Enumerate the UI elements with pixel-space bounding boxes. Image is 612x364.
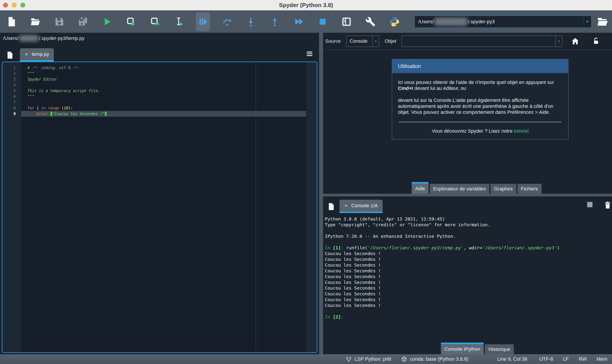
- chevron-down-icon[interactable]: ▼: [583, 16, 591, 27]
- step-into-button[interactable]: [244, 13, 258, 30]
- console-line: Coucou les Secondes !: [325, 251, 612, 256]
- debug-file-button[interactable]: [196, 12, 210, 31]
- code-editor[interactable]: 1# -*- coding: utf-8 -*-2"""3Spyder Edit…: [2, 62, 317, 353]
- close-icon[interactable]: ×: [344, 203, 348, 208]
- python-logo-button[interactable]: [387, 13, 401, 30]
- usage-paragraph-2: devant lui sur la Console.L'aide peut ég…: [398, 97, 562, 115]
- minimize-window-button[interactable]: [12, 3, 17, 8]
- tab-graphes[interactable]: Graphes: [490, 184, 516, 194]
- run-file-button[interactable]: [100, 13, 114, 30]
- chevron-down-icon[interactable]: ▼: [372, 36, 379, 47]
- folder-open-icon: [597, 16, 609, 27]
- source-dropdown[interactable]: Console ▼: [346, 35, 379, 47]
- run-cell-advance-button[interactable]: [148, 13, 162, 30]
- tab-label: temp.py: [32, 51, 49, 57]
- maximize-pane-button[interactable]: [339, 13, 354, 30]
- console-line: Coucou les Secondes !: [325, 291, 612, 297]
- run-cell-button[interactable]: [124, 13, 138, 30]
- code-line: 4: [2, 82, 317, 88]
- browse-tabs-icon: [6, 51, 14, 59]
- stop-button[interactable]: [316, 13, 330, 30]
- open-file-icon: [30, 17, 40, 27]
- close-window-button[interactable]: [3, 3, 8, 8]
- tab-aide[interactable]: Aide: [412, 182, 428, 194]
- console-pane: × Console 1/A Python 3.8.8 (default, Apr…: [323, 196, 612, 354]
- run-selection-icon: [174, 17, 184, 27]
- run-cell-advance-icon: [150, 17, 160, 27]
- close-icon[interactable]: ×: [25, 51, 28, 57]
- open-file-button[interactable]: [28, 13, 42, 30]
- save-icon: [54, 17, 65, 27]
- save-button[interactable]: [52, 13, 67, 30]
- tab-temp-py[interactable]: × temp.py: [20, 48, 54, 62]
- usage-card-title: Utilisation: [392, 59, 568, 73]
- new-file-icon: [6, 17, 17, 27]
- step-over-button[interactable]: [220, 13, 234, 30]
- traffic-lights: [3, 3, 25, 8]
- help-header: Source Console ▼ Objet ▼: [323, 33, 612, 50]
- run-selection-button[interactable]: [172, 13, 186, 30]
- editor-tabstrip: × temp.py: [0, 44, 319, 62]
- console-line: Coucou les Secondes !: [325, 262, 612, 268]
- chevron-down-icon[interactable]: ▼: [555, 36, 562, 47]
- tab-explorateur-de-variables[interactable]: Explorateur de variables: [430, 184, 489, 194]
- preferences-wrench-button[interactable]: [363, 13, 378, 30]
- debug-continue-icon: [293, 17, 304, 27]
- interrupt-kernel-button[interactable]: [587, 202, 593, 207]
- tab-historique[interactable]: Historique: [485, 344, 514, 354]
- console-line: In [1]: runfile('/Users/florian/.spyder-…: [325, 245, 612, 251]
- toolbar-buttons: [4, 10, 411, 33]
- step-into-icon: [246, 17, 256, 27]
- memory-status: Mem: [597, 356, 607, 362]
- object-combobox[interactable]: ▼: [401, 35, 562, 47]
- remove-variables-button[interactable]: [603, 201, 612, 209]
- console-line: Python 3.8.8 (default, Apr 13 2021, 12:5…: [325, 216, 612, 222]
- tutorial-link[interactable]: tutoriel: [514, 128, 529, 134]
- new-file-button[interactable]: [4, 13, 19, 30]
- permissions: RW: [579, 356, 587, 362]
- redacted-username: [19, 35, 39, 42]
- object-label: Objet: [385, 38, 396, 44]
- code-line: 7: [2, 99, 317, 105]
- cursor-position: Line 9, Col 36: [497, 356, 527, 362]
- browse-tabs-button[interactable]: [6, 51, 14, 59]
- browse-directory-button[interactable]: [597, 16, 609, 27]
- step-out-button[interactable]: [268, 13, 282, 30]
- console-line: Coucou les Secondes !: [325, 268, 612, 274]
- eol-mode: LF: [563, 356, 569, 362]
- editor-wrap: 1# -*- coding: utf-8 -*-2"""3Spyder Edit…: [0, 62, 319, 354]
- working-directory-combobox[interactable]: /Users//.spyder-py3 ▼: [414, 15, 592, 28]
- editor-pane: /Users//.spyder-py3/temp.py × temp.py: [0, 33, 319, 354]
- browse-tabs-icon: [327, 202, 335, 211]
- usage-card-body: Ici vous pouvez obtenir de l'aide de n'i…: [392, 73, 568, 139]
- step-over-icon: [222, 17, 232, 27]
- pane-splitter[interactable]: [323, 194, 612, 196]
- console-line: Coucou les Secondes !: [325, 285, 612, 291]
- tab-console-1a[interactable]: × Console 1/A: [339, 200, 383, 213]
- pane-splitter[interactable]: [319, 33, 323, 354]
- tab-label: Console 1/A: [351, 203, 378, 208]
- console-line: Coucou les Secondes !: [325, 297, 612, 302]
- browse-tabs-button[interactable]: [327, 202, 335, 211]
- tab-fichiers[interactable]: Fichiers: [517, 184, 542, 194]
- stop-icon: [318, 17, 328, 27]
- debug-continue-button[interactable]: [292, 13, 306, 30]
- trash-icon: [603, 201, 612, 209]
- code-line: 3Spyder Editor: [2, 76, 317, 82]
- tab-console-ipython[interactable]: Console IPython: [441, 342, 484, 354]
- lsp-code-icon: [346, 356, 352, 362]
- console-line: [325, 239, 612, 245]
- zoom-window-button[interactable]: [20, 3, 25, 8]
- console-output[interactable]: Python 3.8.8 (default, Apr 13 2021, 12:5…: [323, 213, 612, 343]
- home-button[interactable]: [571, 37, 579, 45]
- lock-button[interactable]: [592, 37, 600, 45]
- code-line: 6""": [2, 94, 317, 99]
- lsp-status: LSP Python: prêt: [355, 356, 391, 362]
- main-toolbar: /Users//.spyder-py3 ▼: [0, 10, 612, 33]
- usage-paragraph-1: Ici vous pouvez obtenir de l'aide de n'i…: [398, 79, 562, 91]
- source-label: Source: [325, 38, 341, 44]
- usage-footer: Vous découvrez Spyder ? Lisez notre tuto…: [398, 128, 562, 134]
- encoding: UTF-8: [539, 356, 553, 362]
- save-all-button[interactable]: [76, 13, 90, 30]
- editor-options-button[interactable]: [306, 50, 313, 58]
